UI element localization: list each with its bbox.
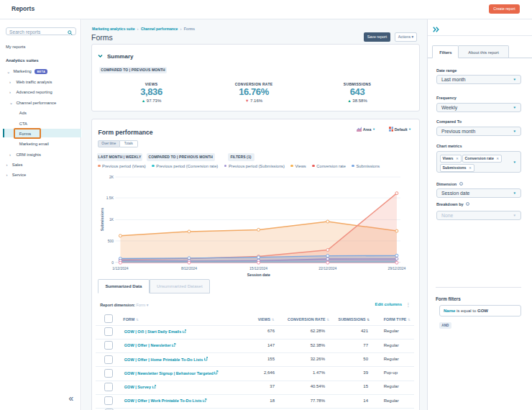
- svg-text:500: 500: [108, 239, 114, 243]
- svg-text:1.5K: 1.5K: [106, 196, 114, 200]
- svg-text:15/12/2024: 15/12/2024: [249, 266, 267, 270]
- svg-text:29/12/2024: 29/12/2024: [387, 266, 405, 270]
- svg-text:Session date: Session date: [247, 273, 270, 277]
- svg-text:1K: 1K: [109, 217, 114, 222]
- svg-text:22/12/2024: 22/12/2024: [318, 266, 336, 270]
- svg-text:8/12/2024: 8/12/2024: [181, 266, 197, 270]
- svg-text:1/12/2024: 1/12/2024: [112, 266, 128, 270]
- svg-text:0: 0: [111, 260, 114, 265]
- svg-text:2K: 2K: [109, 175, 114, 179]
- svg-text:Submissions: Submissions: [100, 208, 104, 231]
